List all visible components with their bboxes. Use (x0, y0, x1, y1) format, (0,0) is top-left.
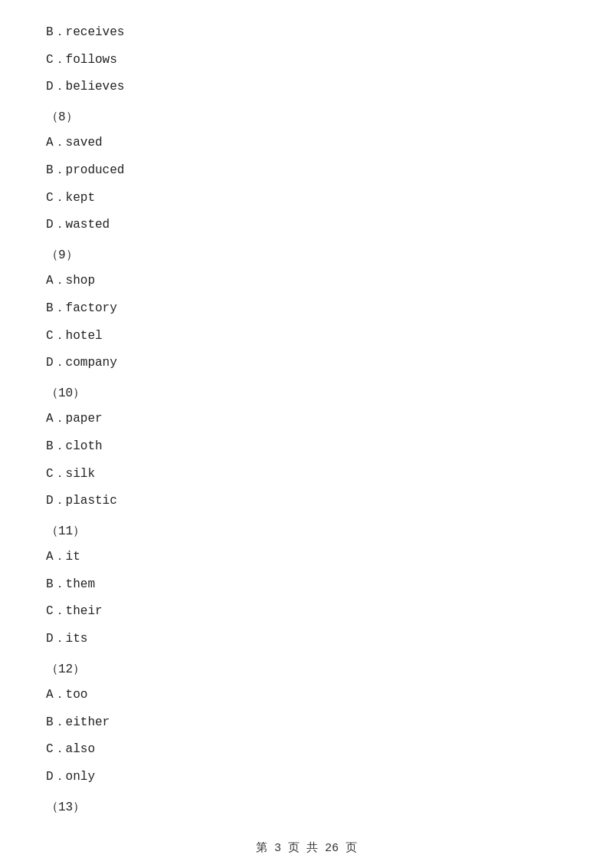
a-saved-line: A．saved (46, 133, 567, 153)
d-its-text: D．its (46, 632, 87, 646)
d-believes-text: D．believes (46, 80, 124, 94)
a-too-text: A．too (46, 688, 87, 702)
a-shop-line: A．shop (46, 271, 567, 291)
c-their-line: C．their (46, 602, 567, 622)
b-factory-text: B．factory (46, 301, 117, 315)
c-hotel-line: C．hotel (46, 327, 567, 347)
b-either-text: B．either (46, 715, 110, 729)
page-footer: 第 3 页 共 26 页 (46, 840, 567, 855)
b-produced-text: B．produced (46, 163, 124, 177)
label-12-line: （12） (46, 660, 567, 680)
d-plastic-text: D．plastic (46, 494, 117, 508)
c-kept-text: C．kept (46, 191, 95, 205)
c-also-text: C．also (46, 742, 95, 756)
b-receives-text: B．receives (46, 25, 124, 39)
d-believes-line: D．believes (46, 77, 567, 97)
a-paper-text: A．paper (46, 412, 103, 426)
label-13-text: （13） (46, 801, 85, 814)
content-area: B．receives C．follows D．believes （8） A．sa… (46, 23, 567, 817)
c-silk-line: C．silk (46, 465, 567, 485)
c-follows-text: C．follows (46, 53, 117, 67)
b-produced-line: B．produced (46, 161, 567, 181)
c-follows-line: C．follows (46, 51, 567, 71)
c-their-text: C．their (46, 604, 103, 618)
c-kept-line: C．kept (46, 189, 567, 209)
label-10-text: （10） (46, 386, 85, 400)
d-company-line: D．company (46, 353, 567, 373)
d-only-line: D．only (46, 768, 567, 787)
label-12-text: （12） (46, 663, 85, 676)
label-13-line: （13） (46, 798, 567, 818)
label-9-text: （9） (46, 248, 78, 262)
d-its-line: D．its (46, 630, 567, 649)
c-also-line: C．also (46, 740, 567, 760)
label-10-line: （10） (46, 384, 567, 404)
b-either-line: B．either (46, 713, 567, 733)
a-it-text: A．it (46, 550, 80, 564)
a-it-line: A．it (46, 547, 567, 567)
c-silk-text: C．silk (46, 467, 95, 481)
b-them-text: B．them (46, 577, 95, 591)
b-them-line: B．them (46, 575, 567, 595)
c-hotel-text: C．hotel (46, 329, 103, 343)
label-8-line: （8） (46, 108, 567, 128)
d-plastic-line: D．plastic (46, 492, 567, 511)
a-too-line: A．too (46, 686, 567, 705)
a-saved-text: A．saved (46, 136, 103, 150)
b-receives-line: B．receives (46, 23, 567, 43)
d-only-text: D．only (46, 770, 95, 784)
label-11-line: （11） (46, 522, 567, 542)
d-wasted-line: D．wasted (46, 215, 567, 235)
footer-text: 第 3 页 共 26 页 (256, 842, 357, 855)
b-factory-line: B．factory (46, 299, 567, 319)
d-company-text: D．company (46, 356, 117, 370)
label-8-text: （8） (46, 110, 78, 124)
b-cloth-line: B．cloth (46, 437, 567, 457)
d-wasted-text: D．wasted (46, 218, 110, 232)
label-9-line: （9） (46, 246, 567, 266)
a-shop-text: A．shop (46, 274, 95, 288)
a-paper-line: A．paper (46, 409, 567, 429)
b-cloth-text: B．cloth (46, 439, 103, 453)
label-11-text: （11） (46, 524, 85, 538)
